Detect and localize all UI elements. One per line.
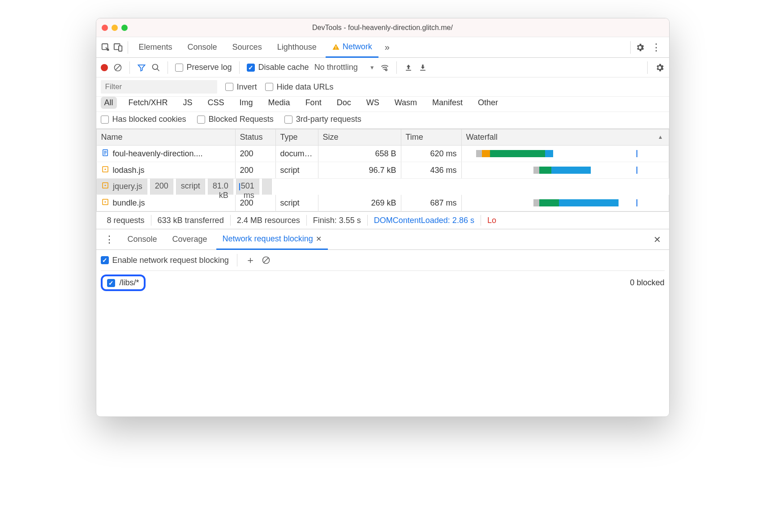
table-header-row: Name Status Type Size Time Waterfall▲ (96, 129, 669, 146)
checkbox-label: Blocked Requests (209, 115, 274, 124)
type-chip-css[interactable]: CSS (204, 97, 228, 109)
drawer-kebab-icon[interactable]: ⋮ (100, 234, 119, 245)
blocked-count: 0 blocked (630, 278, 664, 287)
tab-elements[interactable]: Elements (133, 37, 179, 58)
tab-network[interactable]: Network (326, 37, 378, 58)
network-settings-icon[interactable] (655, 63, 665, 73)
col-size[interactable]: Size (318, 129, 401, 146)
has-blocked-cookies-checkbox[interactable]: Has blocked cookies (101, 115, 186, 124)
checkbox-icon[interactable] (101, 116, 109, 124)
filter-bar: Invert Hide data URLs (96, 77, 669, 97)
search-icon[interactable] (151, 63, 160, 72)
divider (647, 61, 648, 74)
table-row[interactable]: lodash.js 200 script 96.7 kB 436 ms (96, 162, 669, 179)
checkbox-icon[interactable] (101, 256, 109, 264)
type-chip-font[interactable]: Font (302, 97, 325, 109)
type-chip-doc[interactable]: Doc (333, 97, 355, 109)
drawer-tab-console[interactable]: Console (121, 229, 163, 250)
tab-sources[interactable]: Sources (226, 37, 268, 58)
disable-cache-checkbox[interactable]: Disable cache (247, 63, 309, 72)
svg-rect-10 (406, 70, 411, 71)
checkbox-icon[interactable] (284, 116, 292, 124)
checkbox-icon[interactable] (107, 279, 115, 287)
type-chip-manifest[interactable]: Manifest (429, 97, 466, 109)
cell-name[interactable]: bundle.js (96, 195, 235, 211)
cell-status: 200 (235, 195, 275, 211)
cell-waterfall (461, 195, 669, 211)
tab-console[interactable]: Console (181, 37, 223, 58)
table-row[interactable]: jquery.js 200 script 81.0 kB 501 ms (96, 179, 235, 195)
col-status[interactable]: Status (235, 129, 275, 146)
more-tabs-icon[interactable]: » (381, 42, 393, 52)
cell-time: 620 ms (401, 146, 461, 162)
divider (239, 61, 240, 74)
clear-icon[interactable] (113, 63, 122, 72)
col-name[interactable]: Name (96, 129, 235, 146)
type-chip-all[interactable]: All (101, 97, 117, 109)
hide-data-urls-checkbox[interactable]: Hide data URLs (265, 82, 334, 92)
pattern-item[interactable]: /libs/* (101, 275, 146, 291)
cell-name[interactable]: lodash.js (96, 162, 235, 179)
sort-asc-icon: ▲ (658, 134, 663, 140)
type-chip-js[interactable]: JS (180, 97, 196, 109)
settings-icon[interactable] (635, 43, 645, 52)
type-chip-fetch-xhr[interactable]: Fetch/XHR (125, 97, 172, 109)
drawer-tab-network-blocking[interactable]: Network request blocking ✕ (216, 229, 328, 250)
cell-time: 687 ms (401, 195, 461, 211)
cell-status: 200 (235, 162, 275, 179)
close-tab-icon[interactable]: ✕ (316, 235, 322, 243)
warning-icon (332, 43, 340, 51)
cell-name[interactable]: jquery.js (96, 179, 147, 195)
summary-resources: 2.4 MB resources (231, 216, 306, 225)
col-type[interactable]: Type (275, 129, 318, 146)
tab-lighthouse[interactable]: Lighthouse (271, 37, 323, 58)
table-row[interactable]: foul-heavenly-direction.... 200 docum… 6… (96, 146, 669, 162)
cell-status: 200 (235, 146, 275, 162)
col-waterfall[interactable]: Waterfall▲ (461, 129, 669, 146)
checkbox-label: Has blocked cookies (112, 115, 186, 124)
svg-line-20 (263, 257, 269, 263)
drawer-tab-coverage[interactable]: Coverage (166, 229, 214, 250)
cell-size: 658 B (318, 146, 401, 162)
throttling-select[interactable]: No throttling ▼ (314, 63, 375, 72)
type-chip-ws[interactable]: WS (363, 97, 383, 109)
checkbox-icon[interactable] (247, 64, 255, 72)
checkbox-icon[interactable] (265, 83, 273, 91)
type-chip-wasm[interactable]: Wasm (391, 97, 421, 109)
import-har-icon[interactable] (404, 63, 413, 72)
file-name: foul-heavenly-direction.... (113, 149, 203, 159)
invert-checkbox[interactable]: Invert (225, 82, 257, 92)
col-time[interactable]: Time (401, 129, 461, 146)
cell-name[interactable]: foul-heavenly-direction.... (96, 146, 235, 162)
filter-input[interactable] (101, 80, 217, 94)
checkbox-icon[interactable] (197, 116, 205, 124)
blocked-requests-checkbox[interactable]: Blocked Requests (197, 115, 274, 124)
checkbox-icon[interactable] (225, 83, 233, 91)
filter-toggle-icon[interactable] (137, 63, 146, 72)
add-pattern-icon[interactable]: ＋ (245, 253, 255, 267)
export-har-icon[interactable] (418, 63, 427, 72)
third-party-checkbox[interactable]: 3rd-party requests (284, 115, 361, 124)
close-drawer-icon[interactable]: ✕ (653, 234, 666, 245)
summary-dcl: DOMContentLoaded: 2.86 s (368, 216, 481, 225)
type-chip-other[interactable]: Other (474, 97, 502, 109)
type-chip-img[interactable]: Img (236, 97, 257, 109)
drawer-body: Enable network request blocking ＋ /libs/… (96, 250, 669, 416)
enable-blocking-checkbox[interactable]: Enable network request blocking (101, 256, 229, 265)
type-chip-media[interactable]: Media (265, 97, 294, 109)
device-toggle-icon[interactable] (113, 43, 123, 52)
cell-status: 200 (150, 179, 173, 195)
kebab-menu-icon[interactable]: ⋮ (648, 42, 665, 53)
summary-transferred: 633 kB transferred (151, 216, 230, 225)
summary-load: Lo (481, 216, 503, 225)
checkbox-icon[interactable] (175, 64, 183, 72)
preserve-log-checkbox[interactable]: Preserve log (175, 63, 232, 72)
window-title: DevTools - foul-heavenly-direction.glitc… (96, 24, 669, 32)
remove-all-patterns-icon[interactable] (262, 256, 271, 265)
inspect-icon[interactable] (101, 43, 111, 52)
panel-tabbar: Elements Console Sources Lighthouse Netw… (96, 37, 669, 58)
network-conditions-icon[interactable] (380, 63, 389, 72)
table-row[interactable]: bundle.js 200 script 269 kB 687 ms (96, 195, 669, 211)
summary-requests: 8 requests (101, 216, 151, 225)
record-button[interactable] (101, 64, 108, 71)
